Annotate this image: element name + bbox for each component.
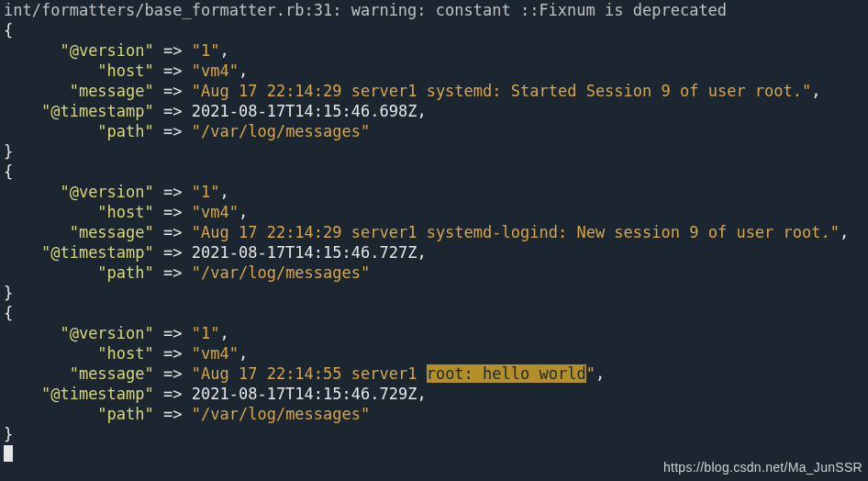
timestamp-value: 2021-08-17T14:15:46.698Z xyxy=(192,102,417,120)
timestamp-value: 2021-08-17T14:15:46.727Z xyxy=(192,243,417,262)
message-prefix: Aug 17 22:14:55 server1 xyxy=(201,364,427,383)
message-highlight: root: hello world xyxy=(427,364,586,383)
path-value: /var/log/messages xyxy=(201,405,361,423)
host-value: vm4 xyxy=(201,62,229,80)
terminal-cursor xyxy=(4,445,13,462)
host-value: vm4 xyxy=(201,203,229,221)
warning-line: int/formatters/base_formatter.rb:31: war… xyxy=(4,1,727,19)
version-value: 1 xyxy=(201,183,210,201)
path-value: /var/log/messages xyxy=(201,263,361,282)
version-value: 1 xyxy=(201,324,210,342)
message-value: Aug 17 22:14:29 server1 systemd: Started… xyxy=(201,82,802,100)
timestamp-value: 2021-08-17T14:15:46.729Z xyxy=(192,385,417,403)
path-value: /var/log/messages xyxy=(201,122,361,140)
version-value: 1 xyxy=(201,41,210,60)
host-value: vm4 xyxy=(201,344,229,363)
message-value: Aug 17 22:14:29 server1 systemd-logind: … xyxy=(201,223,830,241)
terminal-output: int/formatters/base_formatter.rb:31: war… xyxy=(0,0,868,464)
